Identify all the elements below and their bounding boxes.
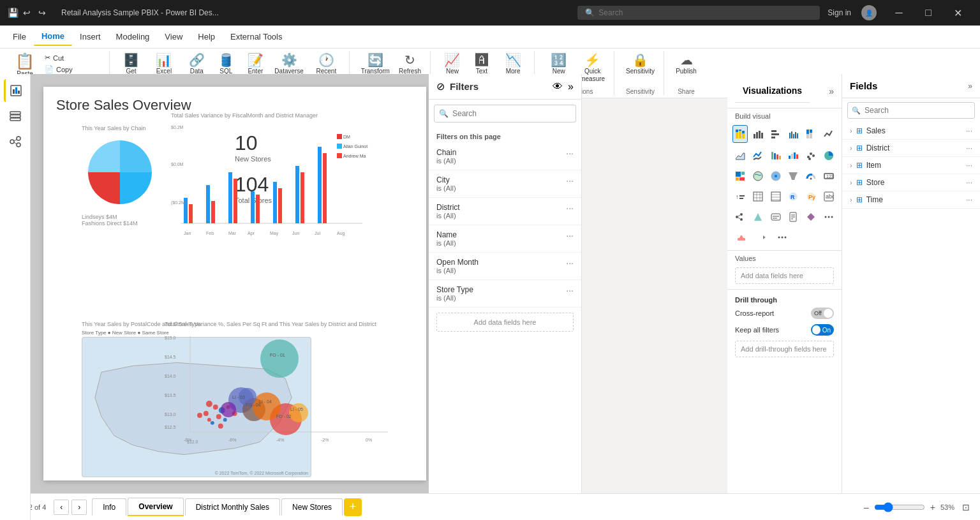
filter-city-dots[interactable]: ···: [566, 175, 574, 186]
filter-chain[interactable]: ··· Chain is (All): [429, 143, 581, 170]
filter-eye-icon[interactable]: 👁: [553, 81, 563, 93]
copy-button[interactable]: 📄 Copy: [41, 64, 104, 75]
menu-external-tools[interactable]: External Tools: [223, 28, 290, 45]
global-search-input[interactable]: [598, 8, 812, 17]
menu-file[interactable]: File: [5, 28, 34, 45]
viz-type-text[interactable]: abc: [821, 188, 836, 205]
global-search-bar[interactable]: 🔍: [577, 6, 820, 20]
viz-type-eraser[interactable]: [732, 228, 750, 246]
viz-type-stacked-bar[interactable]: [732, 125, 748, 143]
viz-type-more[interactable]: [821, 208, 836, 226]
viz-drill-fields[interactable]: Add drill-through fields here: [735, 341, 834, 357]
filter-expand-icon[interactable]: »: [568, 81, 574, 93]
viz-type-treemap[interactable]: [732, 167, 748, 185]
nav-report-icon[interactable]: [4, 79, 27, 102]
field-district-more[interactable]: ···: [966, 144, 972, 152]
filters-add-fields[interactable]: Add data fields here: [436, 313, 574, 332]
viz-type-pie[interactable]: [821, 147, 836, 165]
canvas-page[interactable]: Store Sales Overview This Year Sales by …: [43, 87, 426, 480]
field-sales-more[interactable]: ···: [966, 126, 972, 135]
next-page-button[interactable]: ›: [71, 500, 87, 515]
viz-type-filled-map[interactable]: [768, 167, 783, 185]
undo-icon[interactable]: ↩: [23, 8, 33, 18]
viz-type-arrow[interactable]: [753, 228, 771, 246]
field-group-time-header[interactable]: › ⊞ Time ···: [842, 191, 980, 208]
menu-insert[interactable]: Insert: [72, 28, 108, 45]
viz-type-100pct[interactable]: [803, 125, 819, 143]
nav-model-icon[interactable]: [4, 130, 27, 153]
viz-type-decomp-tree[interactable]: [732, 208, 748, 226]
cross-report-toggle[interactable]: Off: [811, 308, 834, 319]
add-tab-button[interactable]: +: [344, 498, 362, 516]
viz-type-waterfall[interactable]: [785, 147, 801, 165]
tab-overview[interactable]: Overview: [128, 498, 183, 516]
publish-button[interactable]: ☁ Publish: [672, 51, 701, 78]
viz-type-key-influencers[interactable]: [750, 208, 766, 226]
field-group-sales-header[interactable]: › ⊞ Sales ···: [842, 123, 980, 139]
close-button[interactable]: ✕: [943, 0, 972, 26]
viz-type-card[interactable]: 123: [821, 167, 836, 185]
filter-city[interactable]: ··· City is (All): [429, 170, 581, 198]
menu-home[interactable]: Home: [34, 27, 72, 46]
viz-type-matrix[interactable]: [750, 188, 766, 205]
viz-type-stacked-bar-h[interactable]: [768, 125, 783, 143]
viz-type-table[interactable]: [768, 188, 783, 205]
cut-button[interactable]: ✂ Cut: [41, 52, 104, 63]
filter-name[interactable]: ··· Name is (All): [429, 225, 581, 253]
zoom-minus-icon[interactable]: –: [864, 502, 869, 512]
menu-help[interactable]: Help: [190, 28, 223, 45]
zoom-slider[interactable]: [874, 502, 925, 512]
zoom-plus-icon[interactable]: +: [930, 502, 935, 512]
filter-chain-dots[interactable]: ···: [566, 148, 574, 158]
viz-type-funnel[interactable]: [785, 167, 801, 185]
fields-expand-icon[interactable]: »: [968, 82, 972, 91]
field-group-district-header[interactable]: › ⊞ District ···: [842, 140, 980, 156]
fields-search-input[interactable]: [847, 102, 975, 119]
fit-page-icon[interactable]: ⊡: [962, 502, 970, 512]
viz-expand-icon[interactable]: »: [829, 86, 834, 96]
nav-data-icon[interactable]: [4, 105, 27, 128]
viz-type-bar-chart[interactable]: [750, 125, 766, 143]
user-avatar[interactable]: 👤: [861, 5, 877, 20]
field-group-store-header[interactable]: › ⊞ Store ···: [842, 174, 980, 191]
viz-type-python[interactable]: Py: [803, 188, 819, 205]
tab-info[interactable]: Info: [92, 498, 126, 516]
filters-search-input[interactable]: [434, 105, 576, 123]
bar-chart-visual[interactable]: Total Sales Variance by FiscalMonth and …: [171, 112, 401, 253]
redo-icon[interactable]: ↪: [38, 8, 48, 18]
viz-type-smart-narrative[interactable]: [768, 208, 783, 226]
field-store-more[interactable]: ···: [966, 178, 972, 187]
save-icon[interactable]: 💾: [8, 8, 18, 18]
viz-type-map[interactable]: [750, 167, 766, 185]
scatter-visual[interactable]: Total Sales Variance %, Sales Per Sq Ft …: [165, 321, 401, 461]
field-item-more[interactable]: ···: [966, 161, 972, 170]
filter-open-month[interactable]: ··· Open Month is (All): [429, 253, 581, 280]
filter-store-type-dots[interactable]: ···: [566, 285, 574, 295]
viz-type-clustered-bar[interactable]: [786, 125, 801, 143]
filter-open-month-dots[interactable]: ···: [566, 258, 574, 268]
viz-type-gauge[interactable]: [803, 167, 819, 185]
viz-type-ellipsis[interactable]: [773, 228, 791, 246]
viz-type-line-chart[interactable]: [821, 125, 836, 143]
viz-type-scatter[interactable]: [803, 147, 819, 165]
filter-district[interactable]: ··· District is (All): [429, 198, 581, 225]
prev-page-button[interactable]: ‹: [54, 500, 69, 515]
field-time-more[interactable]: ···: [966, 195, 972, 204]
keep-filters-toggle[interactable]: On: [811, 324, 834, 336]
menu-modeling[interactable]: Modeling: [108, 28, 158, 45]
menu-view[interactable]: View: [157, 28, 190, 45]
viz-type-area-chart[interactable]: [732, 147, 748, 165]
viz-type-paginated-report[interactable]: [785, 208, 801, 226]
filter-store-type[interactable]: ··· Store Type is (All): [429, 280, 581, 308]
filter-district-dots[interactable]: ···: [566, 203, 574, 213]
sensitivity-button[interactable]: 🔒 Sensitivity: [622, 51, 658, 78]
viz-type-ribbon[interactable]: [768, 147, 783, 165]
viz-type-power-apps[interactable]: [803, 208, 819, 226]
viz-type-r[interactable]: R: [785, 188, 801, 205]
viz-type-kpi[interactable]: ↑: [732, 188, 748, 205]
minimize-button[interactable]: ─: [884, 0, 914, 26]
field-group-item-header[interactable]: › ⊞ Item ···: [842, 157, 980, 174]
viz-type-line-stacked[interactable]: [750, 147, 766, 165]
filter-name-dots[interactable]: ···: [566, 230, 574, 241]
tab-district-monthly[interactable]: District Monthly Sales: [185, 498, 280, 516]
